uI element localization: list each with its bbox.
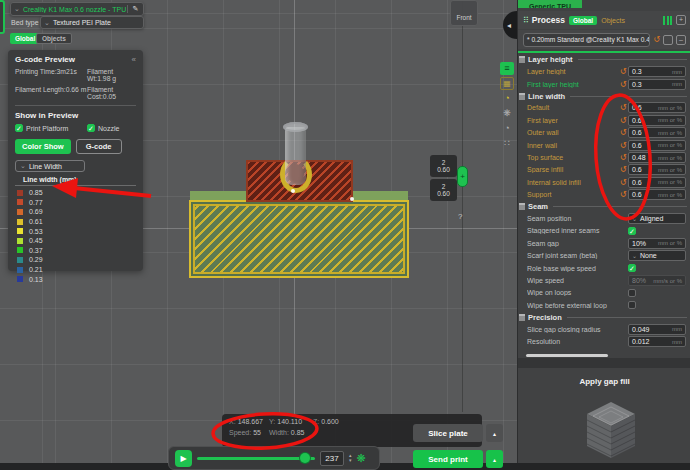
param-label[interactable]: Resolution xyxy=(527,338,618,345)
preview-option-nozzle[interactable]: ✓Nozzle xyxy=(87,124,136,132)
input-first-layer-height[interactable]: 0.3mm xyxy=(628,79,686,90)
checkbox-wipe-before-external-loop[interactable] xyxy=(628,301,636,309)
input-wipe-speed[interactable]: 80%mm/s or % xyxy=(628,275,686,286)
send-options-button[interactable]: ▴ xyxy=(486,450,503,468)
param-label[interactable]: Slice gap closing radius xyxy=(527,326,618,333)
param-label[interactable]: Layer height xyxy=(527,68,618,75)
section-header-layer-height[interactable]: Layer height xyxy=(518,54,690,66)
revert-icon[interactable]: ↺ xyxy=(618,128,628,137)
revert-icon[interactable]: ↺ xyxy=(618,80,628,89)
param-label[interactable]: Internal solid infill xyxy=(527,179,618,186)
more-options-icon[interactable]: ∷ xyxy=(500,137,514,150)
drag-handle-icon[interactable]: ⠿ xyxy=(523,16,528,25)
revert-icon[interactable]: ↺ xyxy=(618,153,628,162)
send-print-button[interactable]: Send print xyxy=(413,450,483,468)
preview-option-print-platform[interactable]: ✓Print Platform xyxy=(15,124,87,132)
show-all-moves-icon[interactable]: ❋ xyxy=(357,452,366,465)
input-support[interactable]: 0.6mm or % xyxy=(628,189,686,200)
param-label[interactable]: Role base wipe speed xyxy=(527,265,618,272)
fan-speed-icon[interactable]: ❋ xyxy=(500,107,514,120)
flow-gauge-icon[interactable]: ◔ xyxy=(500,122,514,135)
filament-tab[interactable]: Generic TPU xyxy=(518,0,582,8)
slice-options-button[interactable]: ▴ xyxy=(486,424,503,442)
checkbox-role-base-wipe-speed[interactable]: ✓ xyxy=(628,264,636,272)
input-layer-height[interactable]: 0.3mm xyxy=(628,66,686,77)
input-top-surface[interactable]: 0.48mm or % xyxy=(628,152,686,163)
revert-icon[interactable]: ↺ xyxy=(618,116,628,125)
select-seam-position[interactable]: ⌄Aligned xyxy=(628,213,686,224)
input-slice-gap-closing-radius[interactable]: 0.049mm xyxy=(628,324,686,335)
input-outer-wall[interactable]: 0.6mm or % xyxy=(628,127,686,138)
move-slider[interactable] xyxy=(197,454,315,463)
input-default[interactable]: 0.6mm or % xyxy=(628,102,686,113)
move-count-stepper[interactable]: ▴▾ xyxy=(349,453,352,463)
select-scarf-joint-seam-beta[interactable]: ⌄None xyxy=(628,250,686,261)
bed-type-select[interactable]: ⌄ Textured PEI Plate xyxy=(40,16,144,29)
layer-slider-handle[interactable]: + xyxy=(457,166,468,187)
input-first-layer[interactable]: 0.6mm or % xyxy=(628,115,686,126)
layer-slider-track[interactable] xyxy=(462,0,463,412)
revert-icon[interactable]: ↺ xyxy=(618,67,628,76)
preset-options-icon[interactable]: – xyxy=(676,35,686,45)
edit-printer-icon[interactable]: ✎ xyxy=(127,5,143,13)
section-header-seam[interactable]: Seam xyxy=(518,201,690,213)
param-label[interactable]: Support xyxy=(527,191,618,198)
reset-preset-icon[interactable]: ↺ xyxy=(653,35,660,44)
view-cube[interactable]: Front xyxy=(450,0,478,26)
checkbox-print-platform[interactable]: ✓ xyxy=(15,124,23,132)
collapsed-panel-tab[interactable] xyxy=(0,0,5,34)
move-slider-handle[interactable] xyxy=(300,453,310,463)
param-label[interactable]: Staggered inner seams xyxy=(527,227,618,234)
revert-icon[interactable]: ↺ xyxy=(618,190,628,199)
input-internal-solid-infill[interactable]: 0.6mm or % xyxy=(628,177,686,188)
line-width-legend-icon[interactable]: ≡ xyxy=(500,62,514,75)
param-label[interactable]: Top surface xyxy=(527,154,618,161)
checkbox-nozzle[interactable]: ✓ xyxy=(87,124,95,132)
checkbox-wipe-on-loops[interactable] xyxy=(628,289,636,297)
section-header-precision[interactable]: Precision xyxy=(518,312,690,324)
param-label[interactable]: Default xyxy=(527,104,618,111)
input-unit: mm or % xyxy=(658,105,682,111)
param-label[interactable]: Inner wall xyxy=(527,142,618,149)
input-sparse-infill[interactable]: 0.6mm or % xyxy=(628,164,686,175)
param-label[interactable]: First layer height xyxy=(527,81,618,88)
param-label[interactable]: Scarf joint seam (beta) xyxy=(527,252,618,259)
color-show-button[interactable]: Color Show xyxy=(15,139,71,154)
view-mode-select[interactable]: ⌄ Line Width xyxy=(15,160,85,172)
param-label[interactable]: Outer wall xyxy=(527,129,618,136)
move-count-input[interactable]: 237 xyxy=(320,451,344,466)
advanced-settings-icon[interactable] xyxy=(663,16,672,25)
input-inner-wall[interactable]: 0.6mm or % xyxy=(628,140,686,151)
revert-icon[interactable]: ↺ xyxy=(618,178,628,187)
revert-icon[interactable]: ↺ xyxy=(618,141,628,150)
param-label[interactable]: First layer xyxy=(527,117,618,124)
tab-objects[interactable]: Objects xyxy=(36,33,72,44)
preset-select[interactable]: * 0.20mm Standard @Creality K1 Max 0.4 n… xyxy=(523,33,650,47)
slice-plate-button[interactable]: Slice plate xyxy=(413,424,483,442)
param-label[interactable]: Seam gap xyxy=(527,240,618,247)
section-header-line-width[interactable]: Line width xyxy=(518,90,690,102)
play-button[interactable]: ▶ xyxy=(175,450,192,467)
revert-icon[interactable]: ↺ xyxy=(618,165,628,174)
input-seam-gap[interactable]: 10%mm or % xyxy=(628,238,686,249)
line-type-icon[interactable]: ▦ xyxy=(500,77,514,90)
checkbox-staggered-inner-seams[interactable]: ✓ xyxy=(628,227,636,235)
param-row-wipe-before-external-loop: Wipe before external loop xyxy=(518,299,690,311)
gcode-button[interactable]: G-code xyxy=(76,139,122,154)
collapse-panel-icon[interactable]: « xyxy=(132,55,136,64)
process-tab-objects[interactable]: Objects xyxy=(601,17,625,24)
process-tab-global[interactable]: Global xyxy=(569,16,597,25)
revert-icon[interactable]: ↺ xyxy=(618,103,628,112)
printer-select[interactable]: ⌄ Creality K1 Max 0.6 nozzle - TPU ✎ xyxy=(10,2,144,16)
layer-slider-help[interactable]: ? xyxy=(458,212,462,221)
horizontal-scrollbar[interactable] xyxy=(526,354,608,357)
speed-gauge-icon[interactable]: ◔ xyxy=(500,92,514,105)
param-label[interactable]: Wipe before external loop xyxy=(527,302,618,309)
param-label[interactable]: Sparse infill xyxy=(527,166,618,173)
param-label[interactable]: Wipe on loops xyxy=(527,289,618,296)
add-preset-icon[interactable]: + xyxy=(676,15,686,25)
param-label[interactable]: Seam position xyxy=(527,215,618,222)
save-preset-icon[interactable] xyxy=(663,35,673,45)
param-label[interactable]: Wipe speed xyxy=(527,277,618,284)
input-resolution[interactable]: 0.012mm xyxy=(628,336,686,347)
